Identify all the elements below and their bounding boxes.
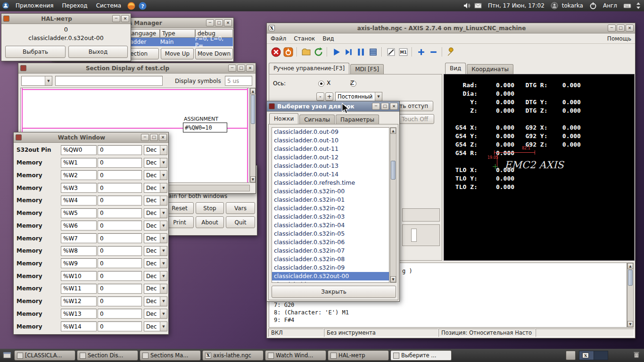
watch-value-input[interactable]: 0: [98, 183, 142, 193]
watch-format-select[interactable]: Dec ▼: [144, 183, 167, 193]
close-button[interactable]: ×: [390, 103, 398, 110]
minimize-button[interactable]: ─: [206, 19, 214, 26]
close-button[interactable]: ×: [626, 25, 634, 32]
watch-format-select[interactable]: Dec ▼: [144, 296, 167, 306]
exit-button[interactable]: Выход: [68, 46, 128, 58]
symbol-filter-input[interactable]: [55, 76, 163, 86]
browser-icon[interactable]: [127, 1, 135, 10]
pin-list-item[interactable]: classicladder.0.s32in-07: [272, 247, 389, 255]
quit-button[interactable]: Quit: [226, 216, 255, 228]
spindle-box[interactable]: [402, 224, 440, 246]
watch-format-select[interactable]: Dec ▼: [144, 145, 167, 155]
tab[interactable]: Ножки: [269, 113, 298, 124]
menu-machine[interactable]: Станок: [290, 33, 319, 44]
gcode-line[interactable]: 7: G20: [274, 302, 625, 309]
section-select[interactable]: ▼: [21, 76, 52, 86]
scroll-up-icon[interactable]: ▲: [250, 88, 256, 94]
machine-power-button[interactable]: [282, 46, 294, 58]
pin-list-item[interactable]: classicladder.0.s32in-09: [272, 263, 389, 272]
taskbar-app-icon[interactable]: [3, 351, 11, 360]
panel-handle-icon[interactable]: [634, 1, 643, 10]
watch-value-input[interactable]: 0: [98, 208, 142, 218]
minimize-button[interactable]: ─: [608, 25, 616, 32]
menu-system[interactable]: Система: [92, 0, 126, 11]
watch-value-input[interactable]: 0: [98, 233, 142, 243]
watch-address-input[interactable]: %W3: [61, 183, 97, 193]
menu-help[interactable]: Помощь: [603, 33, 635, 44]
pin-list-item[interactable]: classicladder.0.s32in-05: [272, 230, 389, 238]
help-icon[interactable]: ?: [138, 1, 147, 10]
taskbar-task[interactable]: [CLASSICLA...: [14, 350, 75, 361]
watch-address-input[interactable]: %W13: [61, 309, 97, 319]
pin-list-item[interactable]: classicladder.0.s32in-00: [272, 187, 389, 196]
pin-list[interactable]: classicladder.0.out-09classicladder.0.ou…: [272, 127, 389, 283]
minimize-button[interactable]: ─: [228, 65, 236, 72]
maximize-button[interactable]: □: [237, 65, 245, 72]
scroll-down-icon[interactable]: ▼: [250, 176, 256, 182]
close-button[interactable]: ×: [224, 19, 232, 26]
stop-program-button[interactable]: [367, 46, 379, 58]
about-button[interactable]: About: [196, 216, 224, 228]
menu-places[interactable]: Переход: [58, 0, 92, 11]
taskbar-task[interactable]: Выберите ...: [390, 350, 452, 361]
pin-list-scrollbar[interactable]: ▲ ▼: [390, 127, 396, 283]
watch-format-select[interactable]: Dec ▼: [144, 258, 167, 268]
watch-value-input[interactable]: 0: [98, 145, 142, 155]
watch-value-input[interactable]: 0: [98, 196, 142, 206]
watch-format-select[interactable]: Dec ▼: [144, 196, 167, 206]
watch-value-input[interactable]: 0: [98, 158, 142, 168]
tab[interactable]: Координаты: [467, 64, 513, 74]
clock[interactable]: Птн, 17 Июн, 17:02: [484, 0, 549, 11]
gcode-line[interactable]: 9: F#4: [274, 317, 625, 324]
maximize-button[interactable]: □: [381, 103, 389, 110]
pin-list-item[interactable]: classicladder.0.s32in-01: [272, 196, 389, 204]
keyboard-icon[interactable]: [623, 1, 631, 10]
pin-list-item[interactable]: classicladder.0.s32in-03: [272, 213, 389, 221]
watch-address-input[interactable]: %W10: [61, 271, 97, 281]
print-button[interactable]: Print: [165, 216, 194, 228]
watch-format-select[interactable]: Dec ▼: [144, 284, 167, 294]
pin-list-item[interactable]: classicladder.0.out-14: [272, 170, 389, 179]
tab[interactable]: Сигналы: [299, 115, 335, 124]
hal-meter-titlebar[interactable]: HAL-метр ─ ×: [1, 14, 131, 24]
panel-applet-box[interactable]: [566, 351, 576, 360]
user-icon[interactable]: [550, 1, 559, 10]
maximize-button[interactable]: □: [215, 19, 223, 26]
jog-mode-select[interactable]: Постоянный ▼: [335, 92, 382, 101]
watch-address-input[interactable]: %W12: [61, 296, 97, 306]
pause-button[interactable]: [355, 46, 367, 58]
menu-file[interactable]: Файл: [267, 33, 290, 44]
watch-value-input[interactable]: 0: [98, 321, 142, 331]
node-dialog-titlebar[interactable]: Выберите узел для пок ─ □ ×: [267, 101, 399, 112]
watch-address-input[interactable]: %W9: [61, 258, 97, 268]
watch-address-input[interactable]: %W2: [61, 170, 97, 180]
watch-address-input[interactable]: %W14: [61, 321, 97, 331]
override-box[interactable]: [402, 208, 440, 222]
stop-button[interactable]: Stop: [196, 202, 224, 214]
watch-value-input[interactable]: 0: [98, 296, 142, 306]
watch-address-input[interactable]: %W11: [61, 284, 97, 294]
pin-list-item[interactable]: classicladder.0.s32in-02: [272, 204, 389, 213]
taskbar-task[interactable]: Sections Ma...: [140, 350, 201, 361]
watch-value-input[interactable]: 0: [98, 170, 142, 180]
keyboard-layout-indicator[interactable]: Англ: [599, 0, 621, 11]
taskbar-task[interactable]: X axis-lathe.ngc: [202, 350, 264, 361]
watch-format-select[interactable]: Dec ▼: [144, 246, 167, 256]
user-name[interactable]: tokarka: [560, 0, 587, 11]
workspace-switcher[interactable]: X: [579, 351, 608, 360]
taskbar-task[interactable]: Watch Wind...: [265, 350, 326, 361]
minimize-button[interactable]: ─: [372, 103, 380, 110]
volume-icon[interactable]: [462, 1, 471, 10]
run-step-button[interactable]: [342, 46, 355, 58]
close-button[interactable]: ×: [121, 15, 129, 22]
move-up-button[interactable]: Move Up: [161, 48, 194, 59]
watch-address-input[interactable]: %QW0: [61, 145, 97, 155]
maximize-button[interactable]: □: [150, 134, 158, 141]
pin-list-item[interactable]: classicladder.0.out-13: [272, 162, 389, 170]
taskbar-task[interactable]: Section Dis...: [77, 350, 138, 361]
tab[interactable]: Вид: [445, 63, 466, 74]
jog-plus-button[interactable]: +: [325, 92, 333, 101]
open-file-button[interactable]: [300, 46, 312, 58]
pin-list-item[interactable]: classicladder.0.refresh.time: [272, 179, 389, 187]
watch-address-input[interactable]: %W1: [61, 158, 97, 168]
